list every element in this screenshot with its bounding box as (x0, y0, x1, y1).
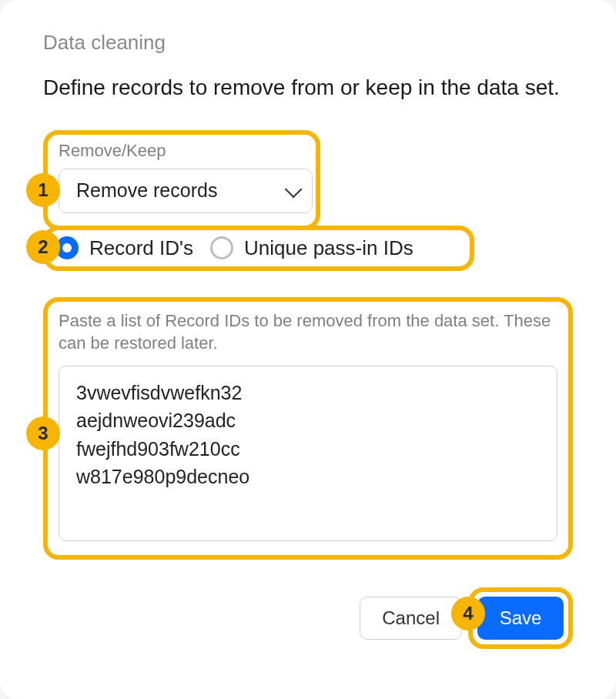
radio-unchecked-icon (210, 236, 233, 259)
remove-keep-selected-value: Remove records (76, 179, 217, 202)
save-button[interactable]: Save (477, 597, 564, 640)
radio-unique-passin-ids[interactable]: Unique pass-in IDs (210, 236, 413, 260)
cancel-button[interactable]: Cancel (360, 597, 462, 640)
chevron-down-icon (285, 180, 303, 198)
step-badge-4: 4 (451, 597, 485, 630)
buttons-row: Cancel 4 Save (43, 587, 573, 649)
step-badge-3: 3 (26, 416, 60, 450)
step2-highlight: Record ID's Unique pass-in IDs (43, 226, 474, 271)
data-cleaning-panel: Data cleaning Define records to remove f… (0, 0, 616, 699)
step-badge-1: 1 (26, 173, 60, 207)
ids-help-text: Paste a list of Record IDs to be removed… (59, 309, 557, 355)
remove-keep-label: Remove/Keep (59, 141, 305, 161)
radio-record-ids-label: Record ID's (89, 236, 193, 260)
radio-unique-passin-ids-label: Unique pass-in IDs (244, 236, 413, 260)
remove-keep-select[interactable]: Remove records (59, 169, 313, 213)
step3-highlight: Paste a list of Record IDs to be removed… (43, 297, 573, 560)
radio-record-ids[interactable]: Record ID's (55, 236, 193, 260)
step-badge-2: 2 (26, 230, 60, 264)
panel-description: Define records to remove from or keep in… (43, 73, 573, 102)
record-ids-textarea[interactable] (59, 366, 557, 541)
section-title: Data cleaning (43, 31, 573, 55)
step1-highlight: Remove/Keep Remove records (43, 130, 320, 230)
